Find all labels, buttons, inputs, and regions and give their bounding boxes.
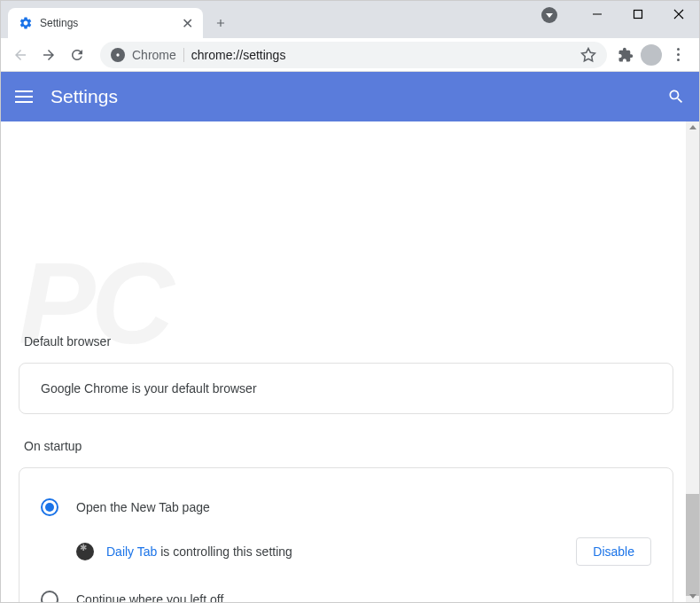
kebab-menu-icon[interactable]: [669, 48, 687, 61]
startup-card: Open the New Tab page Daily Tab is contr…: [19, 467, 673, 602]
page-title: Settings: [51, 86, 649, 107]
svg-point-4: [116, 53, 119, 56]
vertical-scrollbar[interactable]: [686, 121, 699, 602]
browser-tab[interactable]: Settings ✕: [8, 8, 203, 38]
extension-control-text: Daily Tab is controlling this setting: [106, 544, 564, 559]
browser-toolbar: Chrome chrome://settings: [1, 38, 699, 72]
reload-button[interactable]: [65, 43, 89, 67]
address-bar[interactable]: Chrome chrome://settings: [100, 42, 607, 68]
profile-avatar[interactable]: [641, 44, 662, 66]
extension-control-row: Daily Tab is controlling this setting Di…: [41, 529, 651, 578]
browser-window: Settings ✕ Chrome chrome://settings: [0, 0, 700, 603]
radio-icon[interactable]: [41, 591, 58, 602]
forward-button[interactable]: [36, 43, 61, 67]
watermark: PC: [19, 237, 673, 370]
radio-selected-icon[interactable]: [41, 498, 58, 516]
bookmark-star-icon[interactable]: [580, 47, 596, 63]
disable-button[interactable]: Disable: [576, 537, 651, 566]
radio-label: Open the New Tab page: [76, 500, 210, 514]
tab-title: Settings: [40, 17, 173, 29]
default-browser-card: Google Chrome is your default browser: [19, 363, 673, 414]
gear-icon: [19, 16, 33, 30]
hamburger-menu-icon[interactable]: [15, 90, 33, 103]
titlebar: Settings ✕: [1, 1, 699, 38]
omnibox-prefix: Chrome: [132, 48, 184, 62]
startup-option-newtab[interactable]: Open the New Tab page: [41, 486, 651, 529]
new-tab-button[interactable]: [208, 11, 233, 35]
toolbar-right: [618, 44, 692, 66]
content-wrap: PC risk.com Default browser Google Chrom…: [1, 121, 699, 602]
section-title-default-browser: Default browser: [24, 334, 673, 348]
svg-rect-1: [634, 11, 642, 19]
default-browser-message: Google Chrome is your default browser: [41, 381, 651, 395]
close-tab-icon[interactable]: ✕: [180, 16, 194, 30]
settings-content: PC risk.com Default browser Google Chrom…: [1, 121, 686, 602]
close-window-button[interactable]: [658, 1, 699, 27]
radio-label: Continue where you left off: [76, 592, 223, 602]
settings-header: Settings: [1, 72, 699, 121]
extensions-icon[interactable]: [618, 47, 634, 63]
back-button[interactable]: [8, 43, 33, 67]
dropdown-badge-icon[interactable]: [541, 7, 557, 23]
minimize-button[interactable]: [577, 1, 618, 27]
startup-option-continue[interactable]: Continue where you left off: [41, 578, 651, 602]
scrollbar-thumb[interactable]: [686, 494, 699, 596]
section-title-startup: On startup: [24, 439, 673, 453]
extension-suffix: is controlling this setting: [157, 544, 292, 559]
chrome-icon: [111, 48, 125, 62]
omnibox-url: chrome://settings: [191, 48, 573, 62]
window-controls: [577, 1, 699, 27]
search-icon[interactable]: [667, 88, 685, 106]
extension-name-link[interactable]: Daily Tab: [106, 544, 157, 559]
maximize-button[interactable]: [618, 1, 658, 27]
extension-badge-icon: [76, 543, 94, 560]
